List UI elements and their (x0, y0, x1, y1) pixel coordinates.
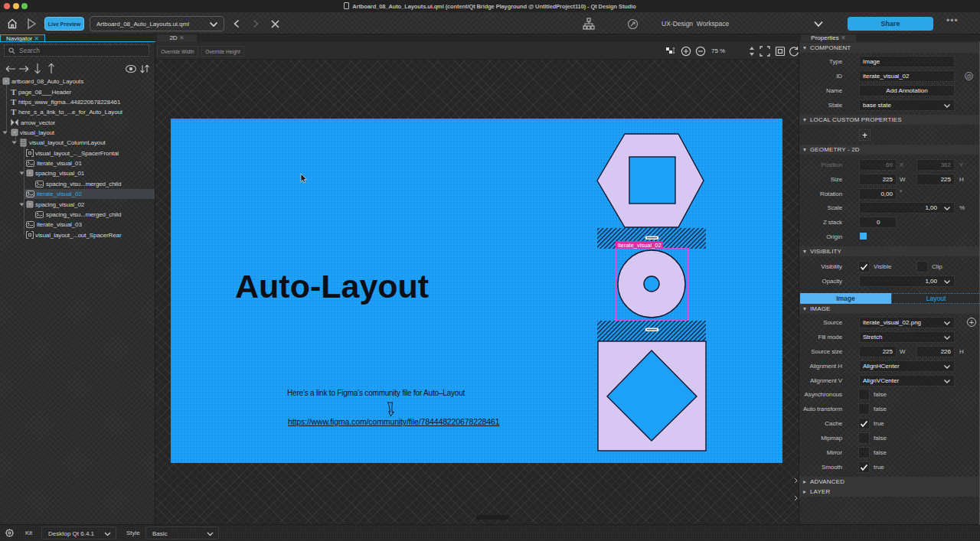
svg-text:iterate_visual_02: iterate_visual_02 (618, 242, 662, 249)
